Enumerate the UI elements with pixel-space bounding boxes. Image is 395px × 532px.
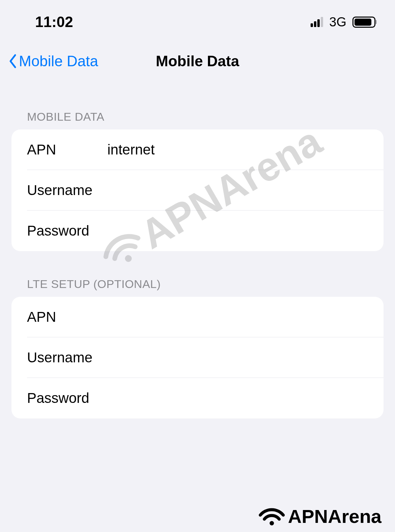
apn-label: APN [27,142,107,158]
row-password[interactable]: Password [11,211,384,251]
lte-password-label: Password [27,390,107,406]
row-username[interactable]: Username [11,170,384,211]
section-header-lte: LTE SETUP (OPTIONAL) [11,251,384,297]
network-type: 3G [329,15,346,29]
apn-input[interactable] [107,142,368,158]
username-label: Username [27,182,107,198]
navigation-bar: Mobile Data Mobile Data [0,40,395,80]
status-time: 11:02 [35,14,73,30]
row-lte-username[interactable]: Username [11,337,384,378]
chevron-left-icon [7,53,18,69]
section-header-mobile-data: MOBILE DATA [11,80,384,129]
password-input[interactable] [107,223,368,239]
password-label: Password [27,223,107,239]
lte-username-label: Username [27,349,107,366]
svg-point-1 [270,521,274,526]
lte-apn-label: APN [27,309,107,325]
signal-icon [311,17,323,27]
row-lte-apn[interactable]: APN [11,297,384,337]
footer-brand: APNArena [258,505,381,527]
lte-username-input[interactable] [107,349,368,366]
username-input[interactable] [107,182,368,198]
footer-brand-text: APNArena [288,505,381,527]
battery-icon [352,17,375,28]
wifi-icon [258,505,285,527]
page-title: Mobile Data [156,53,239,70]
back-label: Mobile Data [19,53,98,70]
status-indicators: 3G [311,15,375,29]
group-lte-setup: APN Username Password [11,297,384,418]
back-button[interactable]: Mobile Data [7,53,98,70]
group-mobile-data: APN Username Password [11,129,384,251]
lte-apn-input[interactable] [107,309,368,325]
lte-password-input[interactable] [107,390,368,406]
status-bar: 11:02 3G [0,0,395,40]
row-apn[interactable]: APN [11,129,384,170]
row-lte-password[interactable]: Password [11,378,384,418]
